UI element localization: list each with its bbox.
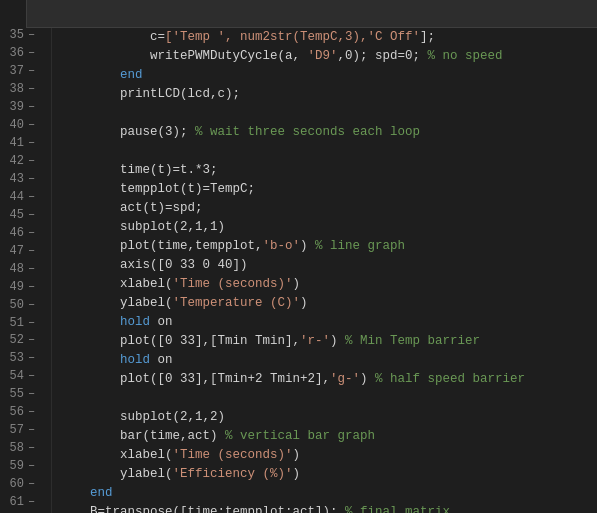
line-number: 46 [2, 226, 24, 240]
line-dash: – [28, 423, 35, 437]
line-dash: – [28, 280, 35, 294]
gutter-row: 59– [0, 459, 51, 477]
gutter-row: 47– [0, 244, 51, 262]
gutter-row: 44– [0, 190, 51, 208]
line-number: 35 [2, 28, 24, 42]
code-area[interactable]: c=['Temp ', num2str(TempC,3),'C Off']; w… [52, 28, 597, 513]
gutter-row: 61– [0, 495, 51, 513]
gutter-row: 60– [0, 477, 51, 495]
line-dash: – [28, 333, 35, 347]
code-line: pause(3); % wait three seconds each loop [60, 123, 597, 142]
code-line [60, 142, 597, 161]
line-number: 37 [2, 64, 24, 78]
gutter-row: 51– [0, 316, 51, 334]
gutter-row: 35– [0, 28, 51, 46]
code-line: B=transpose([time;tempplot;act]); % fina… [60, 503, 597, 513]
line-dash: – [28, 28, 35, 42]
line-dash: – [28, 262, 35, 276]
gutter-row: 49– [0, 280, 51, 298]
line-number: 39 [2, 100, 24, 114]
line-dash: – [28, 46, 35, 60]
line-dash: – [28, 316, 35, 330]
gutter-row: 58– [0, 441, 51, 459]
line-dash: – [28, 172, 35, 186]
line-dash: – [28, 495, 35, 509]
line-number: 45 [2, 208, 24, 222]
gutter-row: 52– [0, 333, 51, 351]
line-dash: – [28, 298, 35, 312]
line-dash: – [28, 64, 35, 78]
line-dash: – [28, 190, 35, 204]
line-number: 42 [2, 154, 24, 168]
code-line: time(t)=t.*3; [60, 161, 597, 180]
line-dash: – [28, 387, 35, 401]
gutter-row: 54– [0, 369, 51, 387]
code-line: c=['Temp ', num2str(TempC,3),'C Off']; [60, 28, 597, 47]
line-number: 47 [2, 244, 24, 258]
gutter-row: 56– [0, 405, 51, 423]
line-dash: – [28, 136, 35, 150]
code-line: plot(time,tempplot,'b-o') % line graph [60, 237, 597, 256]
code-line [60, 104, 597, 123]
line-dash: – [28, 459, 35, 473]
line-number: 54 [2, 369, 24, 383]
line-dash: – [28, 369, 35, 383]
line-number: 38 [2, 82, 24, 96]
code-line: plot([0 33],[Tmin Tmin],'r-') % Min Temp… [60, 332, 597, 351]
line-number: 55 [2, 387, 24, 401]
gutter-row: 50– [0, 298, 51, 316]
gutter-row: 40– [0, 118, 51, 136]
code-line: ylabel('Efficiency (%)') [60, 465, 597, 484]
code-line: act(t)=spd; [60, 199, 597, 218]
code-line: end [60, 66, 597, 85]
line-dash: – [28, 100, 35, 114]
code-line: hold on [60, 313, 597, 332]
line-dash: – [28, 441, 35, 455]
line-number: 43 [2, 172, 24, 186]
code-line: subplot(2,1,2) [60, 408, 597, 427]
gutter: 35–36–37–38–39–40–41–42–43–44–45–46–47–4… [0, 28, 52, 513]
line-dash: – [28, 82, 35, 96]
code-line: hold on [60, 351, 597, 370]
line-dash: – [28, 351, 35, 365]
line-dash: – [28, 405, 35, 419]
code-line: subplot(2,1,1) [60, 218, 597, 237]
code-line: writePWMDutyCycle(a, 'D9',0); spd=0; % n… [60, 47, 597, 66]
line-number: 41 [2, 136, 24, 150]
gutter-row: 41– [0, 136, 51, 154]
gutter-row: 53– [0, 351, 51, 369]
line-dash: – [28, 244, 35, 258]
code-line: xlabel('Time (seconds)') [60, 275, 597, 294]
code-line: plot([0 33],[Tmin+2 Tmin+2],'g-') % half… [60, 370, 597, 389]
code-line: tempplot(t)=TempC; [60, 180, 597, 199]
gutter-row: 38– [0, 82, 51, 100]
tab-bar [0, 0, 597, 28]
line-dash: – [28, 118, 35, 132]
gutter-row: 48– [0, 262, 51, 280]
line-number: 60 [2, 477, 24, 491]
code-line: axis([0 33 0 40]) [60, 256, 597, 275]
line-dash: – [28, 477, 35, 491]
line-number: 49 [2, 280, 24, 294]
line-dash: – [28, 208, 35, 222]
code-line: ylabel('Temperature (C)') [60, 294, 597, 313]
line-number: 44 [2, 190, 24, 204]
line-number: 53 [2, 351, 24, 365]
line-number: 61 [2, 495, 24, 509]
gutter-row: 36– [0, 46, 51, 64]
line-number: 59 [2, 459, 24, 473]
gutter-row: 42– [0, 154, 51, 172]
gutter-row: 55– [0, 387, 51, 405]
new-tab-button[interactable] [27, 0, 55, 28]
line-number: 57 [2, 423, 24, 437]
code-line [60, 389, 597, 408]
tab-fanread[interactable] [0, 0, 27, 28]
line-number: 48 [2, 262, 24, 276]
line-number: 50 [2, 298, 24, 312]
line-number: 56 [2, 405, 24, 419]
line-number: 36 [2, 46, 24, 60]
line-dash: – [28, 226, 35, 240]
gutter-row: 57– [0, 423, 51, 441]
gutter-row: 46– [0, 226, 51, 244]
line-number: 40 [2, 118, 24, 132]
